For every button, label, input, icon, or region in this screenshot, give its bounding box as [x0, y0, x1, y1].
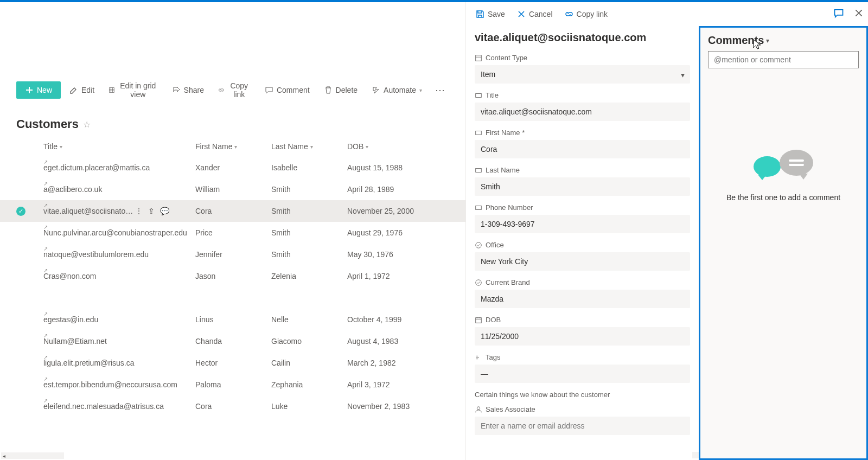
row-first-name: Jason — [195, 272, 271, 280]
row-title: ↗eleifend.nec.malesuada@atrisus.ca — [43, 402, 195, 411]
table-row[interactable]: ↗egestas@in.eduLinusNelleOctober 4, 1999 — [0, 309, 465, 330]
comment-icon — [265, 86, 273, 94]
dob-input[interactable] — [475, 327, 690, 346]
title-input[interactable] — [475, 103, 690, 121]
list-title: Customers — [16, 117, 79, 131]
close-pane-icon[interactable] — [854, 8, 864, 21]
phone-label: Phone Number — [486, 203, 533, 212]
tags-input[interactable]: — — [475, 365, 690, 383]
row-checkmark-icon[interactable]: ✓ — [16, 207, 25, 216]
favorite-star-icon[interactable]: ☆ — [83, 119, 91, 130]
person-icon — [475, 406, 482, 413]
last-name-input[interactable] — [475, 177, 690, 196]
link-icon — [218, 86, 225, 94]
row-last-name: Luke — [271, 402, 347, 411]
pencil-icon — [69, 86, 78, 94]
close-icon — [517, 10, 526, 18]
new-button[interactable]: New — [16, 81, 61, 99]
detail-copylink-button[interactable]: Copy link — [560, 7, 612, 22]
detail-copylink-label: Copy link — [577, 10, 608, 18]
row-last-name: Zephania — [271, 380, 347, 389]
row-comment-icon[interactable]: 💬 — [160, 207, 169, 215]
row-first-name: Linus — [195, 315, 271, 324]
svg-point-8 — [477, 406, 480, 409]
content-type-label: Content Type — [486, 54, 527, 62]
table-row[interactable]: ↗Nunc.pulvinar.arcu@conubianostraper.edu… — [0, 222, 465, 244]
delete-button[interactable]: Delete — [318, 81, 363, 99]
table-row[interactable]: ↗ligula.elit.pretium@risus.caHectorCaili… — [0, 352, 465, 374]
flow-icon — [372, 86, 380, 94]
svg-rect-4 — [476, 206, 482, 209]
row-last-name: Smith — [271, 185, 347, 194]
automate-button[interactable]: Automate ▾ — [366, 81, 427, 99]
detail-scroll-down[interactable] — [692, 452, 699, 458]
comment-button[interactable]: Comment — [259, 81, 315, 99]
chevron-down-icon: ▾ — [366, 144, 368, 150]
table-row[interactable]: ↗est.tempor.bibendum@neccursusa.comPalom… — [0, 374, 465, 395]
phone-input[interactable] — [475, 215, 690, 233]
chevron-down-icon: ▾ — [60, 144, 62, 150]
column-first-name[interactable]: First Name▾ — [195, 142, 271, 151]
svg-point-5 — [476, 242, 482, 248]
row-title: ↗vitae.aliquet@sociisnato…⋮⇪💬 — [43, 207, 195, 215]
item-title: vitae.aliquet@sociisnatoque.com — [475, 31, 690, 44]
overflow-button[interactable]: ⋯ — [431, 84, 449, 96]
table-row[interactable]: ↗eget.dictum.placerat@mattis.caXanderIsa… — [0, 157, 465, 178]
chevron-down-icon: ▾ — [681, 71, 685, 79]
svg-point-6 — [476, 279, 482, 285]
row-more-icon[interactable]: ⋮ — [135, 207, 143, 215]
first-name-input[interactable] — [475, 140, 690, 158]
share-button[interactable]: Share — [167, 81, 209, 99]
svg-rect-0 — [476, 55, 482, 61]
scroll-left-arrow-icon: ◂ — [3, 453, 5, 459]
brand-label: Current Brand — [486, 278, 530, 286]
last-name-label: Last Name — [486, 166, 520, 174]
row-dob: November 2, 1983 — [347, 402, 434, 411]
row-last-name: Smith — [271, 228, 347, 237]
table-row[interactable]: ↗Cras@non.comJasonZeleniaApril 1, 1972 — [0, 265, 465, 287]
table-row[interactable]: ✓↗vitae.aliquet@sociisnato…⋮⇪💬CoraSmithN… — [0, 200, 465, 222]
svg-rect-1 — [476, 93, 482, 97]
office-input[interactable] — [475, 252, 690, 271]
copylink-button[interactable]: Copy link — [213, 77, 256, 103]
row-first-name: Chanda — [195, 337, 271, 346]
trash-icon — [324, 86, 333, 94]
dob-label: DOB — [486, 316, 501, 324]
choice-icon — [475, 279, 482, 286]
table-row[interactable]: ↗Nullam@Etiam.netChandaGiacomoAugust 4, … — [0, 330, 465, 352]
calendar-icon — [475, 316, 482, 324]
row-last-name: Isabelle — [271, 163, 347, 172]
row-dob: April 1, 1972 — [347, 272, 434, 280]
column-dob[interactable]: DOB▾ — [347, 142, 434, 151]
comment-label: Comment — [277, 86, 310, 94]
column-title[interactable]: Title▾ — [43, 142, 195, 151]
content-type-select[interactable]: Item — [475, 65, 690, 84]
cancel-button[interactable]: Cancel — [513, 7, 557, 22]
column-last-name[interactable]: Last Name▾ — [271, 142, 347, 151]
sales-assoc-input[interactable] — [475, 417, 690, 435]
row-title: ↗Nullam@Etiam.net — [43, 337, 195, 346]
save-button[interactable]: Save — [471, 7, 509, 22]
row-first-name: Xander — [195, 163, 271, 172]
comments-empty-text: Be the first one to add a comment — [726, 193, 840, 202]
pane-corner-controls — [833, 2, 864, 26]
office-label: Office — [486, 241, 504, 249]
row-share-icon[interactable]: ⇪ — [148, 207, 155, 215]
title-field-label: Title — [486, 91, 499, 99]
detail-toolbar: Save Cancel Copy link — [466, 2, 699, 26]
horizontal-scrollbar[interactable]: ◂ — [1, 452, 64, 459]
toggle-comments-icon[interactable] — [833, 8, 844, 21]
text-icon — [475, 167, 482, 174]
table-row[interactable]: ↗eleifend.nec.malesuada@atrisus.caCoraLu… — [0, 395, 465, 417]
table-row[interactable]: ↗a@aclibero.co.ukWilliamSmithApril 28, 1… — [0, 178, 465, 200]
row-title: ↗natoque@vestibulumlorem.edu — [43, 250, 195, 259]
row-title: ↗ligula.elit.pretium@risus.ca — [43, 359, 195, 367]
cancel-label: Cancel — [529, 10, 553, 18]
list-region: New Edit Edit in grid view Share Copy li… — [0, 2, 465, 460]
table-row[interactable]: ↗natoque@vestibulumlorem.eduJenniferSmit… — [0, 244, 465, 265]
edit-grid-button[interactable]: Edit in grid view — [103, 77, 163, 103]
brand-input[interactable] — [475, 290, 690, 308]
edit-button[interactable]: Edit — [64, 81, 100, 99]
comment-input[interactable] — [708, 51, 859, 68]
chevron-down-icon[interactable]: ▾ — [766, 37, 769, 44]
